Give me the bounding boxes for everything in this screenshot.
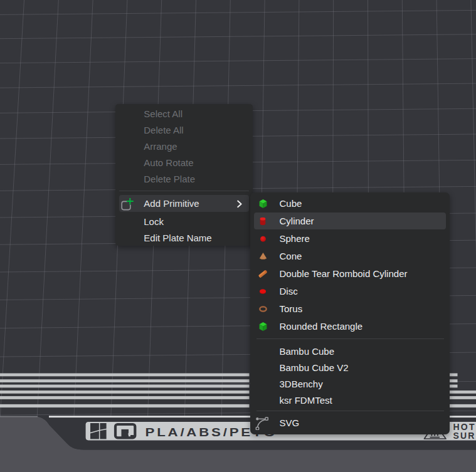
- svg-text:SURFACE: SURFACE: [453, 431, 476, 441]
